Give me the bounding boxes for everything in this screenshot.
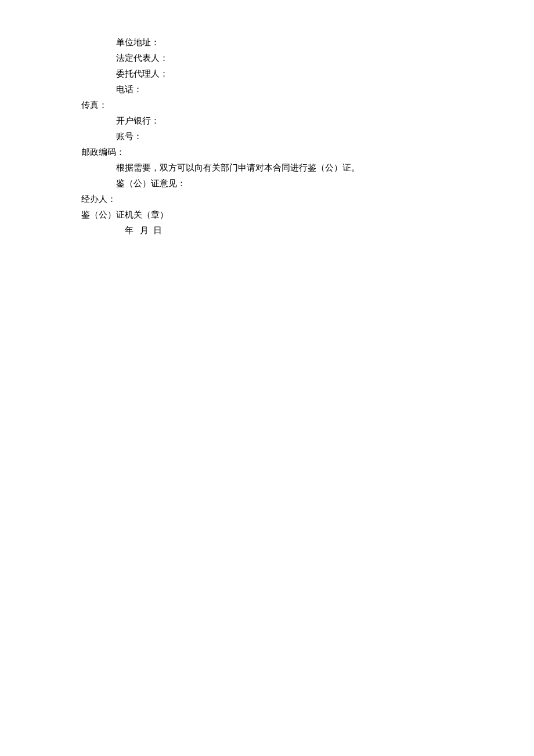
document-line: 法定代表人： xyxy=(116,50,488,66)
document-line: 鉴（公）证机关（章） xyxy=(81,207,488,223)
document-line: 邮政编码： xyxy=(81,144,488,160)
content-block: 单位地址：法定代表人：委托代理人：电话：传真：开户银行：账号：邮政编码：根据需要… xyxy=(116,35,488,238)
document-line: 委托代理人： xyxy=(116,66,488,82)
document-line: 电话： xyxy=(116,82,488,97)
page-container: 单位地址：法定代表人：委托代理人：电话：传真：开户银行：账号：邮政编码：根据需要… xyxy=(0,0,534,756)
document-line: 账号： xyxy=(116,129,488,144)
document-line: 传真： xyxy=(81,97,488,113)
document-line: 鉴（公）证意见： xyxy=(116,176,488,191)
document-line: 单位地址： xyxy=(116,35,488,50)
document-line: 根据需要，双方可以向有关部门申请对本合同进行鉴（公）证。 xyxy=(116,160,488,176)
document-line: 经办人： xyxy=(81,191,488,207)
document-line: 年 月 日 xyxy=(116,223,488,238)
document-line: 开户银行： xyxy=(116,113,488,129)
